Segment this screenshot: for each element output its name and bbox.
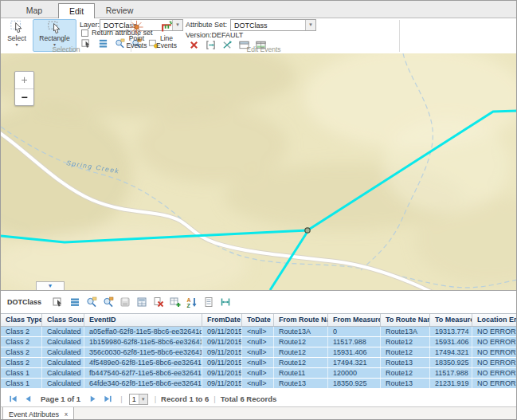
column-header-class-source[interactable]: Class Source [42, 314, 84, 326]
map-view[interactable]: Spring Creek + − ▼ [1, 53, 517, 290]
event-attributes-panel: DOTClass Class TypeClass SourceEventIDFr… [1, 290, 517, 420]
menu-icon[interactable] [69, 296, 80, 308]
table-cell: Class 2 [1, 358, 42, 367]
point-events-button[interactable]: Point Events [122, 19, 151, 52]
table-row[interactable]: Class 1Calculated64fde340-62f8-11e5-8bc6… [1, 379, 517, 389]
column-header-to-route-name[interactable]: To Route Name [381, 314, 430, 326]
table-cell: Calculated [42, 358, 84, 367]
measure-range-icon[interactable] [220, 296, 231, 308]
table-cell: NO ERROR [472, 337, 517, 347]
chevron-down-icon: ▼ [139, 394, 147, 404]
table-cell: NO ERROR [472, 327, 517, 336]
column-header-location-error[interactable]: Location Error [472, 314, 517, 326]
table-cell: Route12 [381, 337, 430, 347]
add-record-icon[interactable] [170, 296, 181, 308]
tab-event-attributes-label: Event Attributes [9, 410, 59, 418]
last-page-button[interactable] [103, 394, 113, 403]
table-cell: Calculated [42, 368, 84, 378]
table-cell: 1b159980-62f8-11e5-8bc6-ee32641d5ec9 [84, 337, 202, 347]
table-cell: NO ERROR [472, 379, 517, 388]
table-cell: Class 1 [1, 368, 42, 378]
table-cell: Calculated [42, 347, 84, 357]
pan-to-record-icon[interactable] [103, 296, 114, 308]
delete-record-icon[interactable] [153, 296, 164, 308]
zoom-out-button[interactable]: − [15, 88, 33, 105]
column-header-from-route-name[interactable]: From Route Name [274, 314, 328, 326]
panel-collapse-tab[interactable]: ▼ [36, 281, 65, 290]
table-cell: <null> [242, 347, 274, 357]
tab-map[interactable]: Map [12, 3, 57, 18]
route-junction-marker[interactable] [305, 228, 310, 233]
table-cell: 15931.406 [328, 347, 381, 357]
table-cell: 0 [328, 327, 381, 336]
table-cell: 18350.925 [328, 379, 381, 388]
panel-toolbar-icons [53, 296, 231, 308]
previous-page-button[interactable] [23, 394, 33, 403]
attribute-set-dropdown[interactable]: DOTClass ▼ [230, 19, 316, 31]
tab-edit[interactable]: Edit [58, 3, 95, 19]
zoom-in-button[interactable]: + [15, 72, 33, 88]
table-row[interactable]: Class 2Calculated356c0030-62f8-11e5-8bc6… [1, 347, 517, 358]
column-header-to-measure[interactable]: To Measure [430, 314, 472, 326]
column-header-class-type[interactable]: Class Type [1, 314, 42, 326]
ribbon-body: Select ▾ Rectangle ▾ Layer: DOTClass ▼ R… [1, 18, 517, 53]
table-cell: 21231.919 [430, 379, 472, 388]
line-events-label: Line Events [155, 35, 178, 49]
first-page-button[interactable] [8, 394, 18, 403]
table-cell: Route13A [381, 327, 430, 336]
save-edits-icon[interactable] [119, 296, 131, 308]
page-number-dropdown[interactable]: 1 ▼ [129, 394, 148, 405]
attribute-table: Class TypeClass SourceEventIDFromDateToD… [1, 313, 517, 389]
table-cell: Route12 [274, 337, 328, 347]
table-cell: 19313.774 [430, 327, 472, 336]
sort-records-icon[interactable] [186, 296, 198, 308]
select-tool-icon [10, 20, 25, 34]
pagination-bar: Page 1 of 1 | 1 ▼ | Record 1 to 6 | Tota… [1, 392, 517, 406]
table-row[interactable]: Class 2Calculateda05effa0-62f8-11e5-8bc6… [1, 327, 517, 337]
point-events-label: Point Events [125, 35, 149, 49]
table-cell: 09/11/2015 [202, 337, 242, 347]
table-cell: 09/11/2015 [202, 358, 242, 367]
table-cell: Class 1 [1, 379, 42, 388]
table-cell: Route12 [274, 358, 328, 367]
column-header-eventid[interactable]: EventID [84, 314, 202, 326]
attribute-set-label: Attribute Set: [186, 21, 227, 29]
map-zoom-control: + − [14, 71, 34, 106]
tab-review[interactable]: Review [96, 3, 143, 18]
table-row[interactable]: Class 1Calculatedfb447540-62f7-11e5-8bc6… [1, 368, 517, 379]
layer-label: Layer: [80, 21, 100, 29]
column-header-from-measure[interactable]: From Measure [328, 314, 381, 326]
column-header-fromdate[interactable]: FromDate [202, 314, 242, 326]
table-row[interactable]: Class 2Calculated4f5489e0-62f8-11e5-8bc6… [1, 358, 517, 368]
table-header: Class TypeClass SourceEventIDFromDateToD… [1, 313, 517, 327]
map-canvas[interactable]: Spring Creek [1, 53, 517, 290]
select-records-icon[interactable] [53, 296, 64, 308]
table-cell: 11517.988 [430, 368, 472, 378]
table-cell: <null> [242, 368, 274, 378]
table-cell: NO ERROR [472, 368, 517, 378]
page-label: Page 1 of 1 [41, 394, 80, 403]
table-cell: NO ERROR [472, 358, 517, 367]
bottom-tab-bar: Event Attributes x [1, 406, 517, 420]
zoom-to-record-icon[interactable] [86, 296, 97, 308]
table-cell: <null> [242, 379, 274, 388]
table-cell: 356c0030-62f8-11e5-8bc6-ee32641d5ec9 [84, 347, 202, 357]
close-icon[interactable]: x [65, 411, 68, 418]
table-cell: 09/11/2015 [202, 368, 242, 378]
next-page-button[interactable] [88, 394, 98, 403]
table-row[interactable]: Class 2Calculated1b159980-62f8-11e5-8bc6… [1, 337, 517, 347]
notes-icon[interactable] [203, 296, 214, 308]
table-cell: NO ERROR [472, 347, 517, 357]
table-cell: a05effa0-62f8-11e5-8bc6-ee32641d5ec9 [84, 327, 202, 336]
table-cell: 17494.321 [430, 347, 472, 357]
line-events-button[interactable]: Line Events [152, 19, 181, 52]
tab-event-attributes[interactable]: Event Attributes x [2, 407, 74, 420]
table-cell: Route13 [381, 379, 430, 388]
field-calculator-icon[interactable] [136, 296, 147, 308]
return-attribute-set-checkbox[interactable] [81, 29, 88, 37]
column-header-todate[interactable]: ToDate [242, 314, 274, 326]
attribute-set-dropdown-value: DOTClass [231, 22, 305, 29]
line-events-icon [159, 20, 174, 34]
collapse-arrow-icon: ▼ [48, 283, 53, 289]
select-button-label: Select [7, 35, 26, 42]
